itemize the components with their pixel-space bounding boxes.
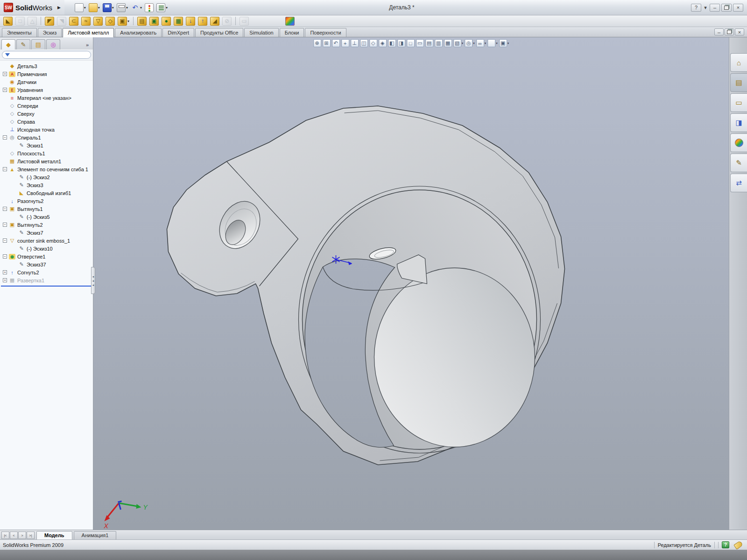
tab-blocks[interactable]: Блоки [280,28,304,37]
tab-features[interactable]: Элементы [2,28,37,37]
dropdown-caret-icon[interactable]: ▾ [507,42,509,45]
tree-item[interactable]: ✎Эскиз1 [1,141,93,149]
file-explorer-tab[interactable]: ▭ [730,93,747,112]
solidworks-resources-tab[interactable]: ⌂ [730,53,747,72]
dropdown-caret-icon[interactable]: ▾ [112,6,114,10]
pan-button[interactable]: + [341,39,350,48]
view-right-button[interactable]: ◨ [397,39,406,48]
tab-nav-button-2[interactable]: < [10,532,18,539]
appearances-scenes-tab[interactable] [730,133,747,152]
view-left-button[interactable]: ◧ [388,39,396,48]
tree-item[interactable]: −◉Отверстие1 [1,252,93,260]
expand-icon[interactable]: + [3,278,7,282]
tab-sketch[interactable]: Эскиз [38,28,62,37]
view-front-button[interactable]: ◇ [369,39,378,48]
viewport-single-button[interactable]: ▭ [416,39,424,48]
hem-button[interactable]: ⊂ [68,16,79,27]
tab-evaluate[interactable]: Анализировать [115,28,162,37]
dropdown-caret-icon[interactable]: ▾ [98,6,100,10]
display-style-button[interactable]: ▧▾ [453,39,464,48]
tree-item[interactable]: ▦Листовой металл1 [1,157,93,165]
expand-icon[interactable]: + [3,88,7,92]
rebuild-button[interactable] [144,2,155,13]
custom-properties-tab[interactable]: ✎ [730,154,747,172]
app-menu-button[interactable]: SW SolidWorks ▶ [0,0,64,15]
dropdown-caret-icon[interactable]: ▾ [84,6,86,10]
forming-tool-button[interactable]: ▤ [136,16,148,27]
doc-minimize-button[interactable]: – [714,28,724,35]
tree-item[interactable]: ◣Свободный изгиб1 [1,189,93,197]
tree-filter-input[interactable] [12,52,88,58]
help-dropdown-icon[interactable]: ▾ [703,4,708,12]
minimize-button[interactable]: – [710,4,720,12]
collapse-icon[interactable]: − [3,135,7,140]
fold-button[interactable]: ↑ [197,16,208,27]
tab-nav-button-4[interactable]: >| [27,532,35,539]
dropdown-caret-icon[interactable]: ▾ [462,42,464,45]
tree-item[interactable]: +ΣУравнения [1,86,93,94]
appearance-colors-button[interactable] [284,16,296,27]
doc-tab-модель[interactable]: Модель [36,531,72,539]
quick-tips-help-icon[interactable]: ? [722,541,729,548]
apply-scene-button[interactable]: ▣▾ [499,39,510,48]
zoom-to-fit-button[interactable]: ⊕ [313,39,322,48]
doc-tab-анимация1[interactable]: Анимация1 [74,531,117,539]
cross-break-button[interactable]: ◇ [105,16,116,27]
expand-icon[interactable]: + [3,270,7,274]
document-recovery-tab[interactable]: ⇄ [730,174,747,192]
print-document-button[interactable]: ▾ [116,2,129,13]
hide-show-items-button[interactable]: ◎▾ [464,39,475,48]
dropdown-caret-icon[interactable]: ▾ [166,6,168,10]
configurationmanager-tab[interactable]: ▤ [31,39,45,49]
flatten-button[interactable]: ▭ [239,16,250,27]
tree-item[interactable]: ✎Эскиз37 [1,260,93,268]
tree-item[interactable]: −▣Вытянуть2 [1,221,93,229]
options-button[interactable]: ▾ [155,2,169,13]
viewport-two-horizontal-button[interactable]: ▤ [425,39,434,48]
tree-item[interactable]: ◇Спереди [1,102,93,110]
collapse-icon[interactable]: − [3,167,7,171]
collapse-icon[interactable]: − [3,254,7,259]
collapse-icon[interactable]: − [3,223,7,227]
tree-item[interactable]: ◆Деталь3 [1,62,93,70]
tree-item[interactable]: +↑Согнуть2 [1,268,93,276]
view-palette-tab[interactable]: ◨ [730,113,747,132]
edit-appearance-button[interactable]: ▾ [487,39,498,48]
tab-nav-button-3[interactable]: > [18,532,26,539]
collapse-icon[interactable]: − [3,238,7,243]
dropdown-caret-icon[interactable]: ▾ [140,6,142,10]
tab-nav-button-1[interactable]: |< [1,532,9,539]
jog-button[interactable]: ≈ [80,16,92,27]
tree-item[interactable]: −▲Элемент по сечениям сгиба 1 [1,165,93,173]
design-library-tab[interactable]: ▤ [730,73,747,92]
menu-expand-icon[interactable]: ▶ [57,5,61,10]
dropdown-caret-icon[interactable]: ▾ [496,42,498,45]
tree-item[interactable]: −▽counter sink emboss_1 [1,237,93,245]
help-button[interactable]: ? [691,4,701,12]
tree-item[interactable]: ⊥Исходная точка [1,126,93,133]
simple-hole-button[interactable]: ● [161,16,172,27]
view-settings-button[interactable]: ∞▾ [476,39,487,48]
tag-icon[interactable] [733,540,743,550]
unfold-button[interactable]: ↓ [185,16,196,27]
open-document-button[interactable]: ▾ [88,2,101,13]
base-flange-button[interactable]: ◣ [2,16,14,27]
sketched-bend-button[interactable]: ▽ [92,16,104,27]
tree-item[interactable]: ✎(-) Эскиз10 [1,245,93,252]
previous-view-button[interactable]: ↶ [331,39,340,48]
doc-restore-button[interactable] [725,28,734,35]
view-back-button[interactable]: ◈ [378,39,387,48]
panel-splitter-handle[interactable]: ◂ ◂ ◂ [91,267,95,294]
tab-dimxpert[interactable]: DimXpert [162,28,194,37]
restore-button[interactable] [721,4,732,12]
tree-item[interactable]: ◇Справа [1,118,93,126]
tree-item[interactable]: ≡Материал <не указан> [1,94,93,102]
edge-flange-button[interactable]: ◤ [44,16,55,27]
tree-item[interactable]: ◇Сверху [1,110,93,118]
panel-overflow-chevron-icon[interactable]: » [86,42,92,49]
dropdown-caret-icon[interactable]: ▾ [485,42,486,45]
convert-to-sheet-metal-button[interactable]: □ [14,16,26,27]
view-isometric-button[interactable]: □ [406,39,415,48]
miter-flange-button[interactable]: ◥ [56,16,67,27]
graphics-viewport[interactable]: ⊕⊞↶+⊥◫◇◈◧◨□▭▤▥▦▧▾◎▾∞▾▾▣▾ [93,37,729,530]
